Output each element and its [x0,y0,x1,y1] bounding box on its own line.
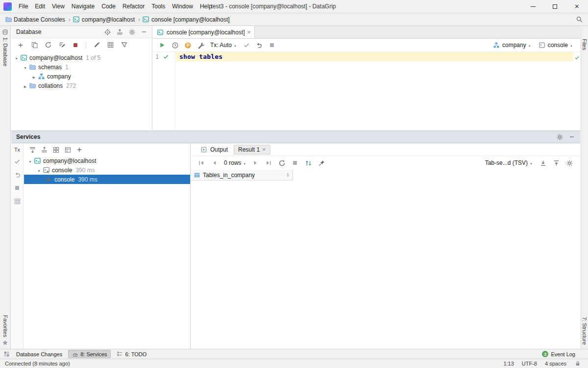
hide-icon[interactable] [567,132,576,141]
table-data-icon[interactable] [104,40,116,50]
parameters-icon[interactable] [182,40,194,51]
next-page-icon[interactable] [249,158,261,168]
indent-setting[interactable]: 4 spaces [545,361,566,367]
close-button[interactable] [566,0,588,13]
breadcrumb-database-consoles[interactable]: Database Consoles [12,16,67,23]
edit-icon[interactable] [91,40,102,50]
menu-navigate[interactable]: Navigate [68,0,98,13]
collapse-all-icon[interactable] [115,27,124,36]
tree-item-collations[interactable]: collations 272 [11,81,152,90]
menu-window[interactable]: Window [169,0,196,13]
chevron-down-icon[interactable] [13,54,20,61]
services-item-query[interactable]: console 390 ms [24,175,190,184]
file-encoding[interactable]: UTF-8 [522,361,537,367]
stop-icon[interactable] [289,158,301,168]
locate-icon[interactable] [103,27,112,36]
hide-icon[interactable] [140,27,148,36]
view-options-icon[interactable] [63,145,72,154]
first-page-icon[interactable] [196,158,207,168]
status-message[interactable]: Connected (8 minutes ago) [5,361,70,367]
expand-all-icon[interactable] [28,145,37,154]
page-size-select[interactable]: 0 rows [222,159,248,167]
reload-icon[interactable] [276,158,288,168]
gear-icon[interactable] [127,27,136,36]
breadcrumb-datasource[interactable]: company@localhost [80,16,136,23]
tx-toggle[interactable]: Tx [14,147,20,153]
result-settings-gear-icon[interactable] [564,158,575,168]
jump-to-data-icon[interactable] [13,197,22,206]
execute-icon[interactable] [156,40,168,51]
console-settings-wrench-icon[interactable] [195,40,206,51]
column-header-tables-in-company[interactable]: Tables_in_company [191,170,293,181]
commit-icon[interactable] [13,157,22,166]
close-tab-icon[interactable] [262,146,266,153]
toolwindow-database-changes[interactable]: Database Changes [13,350,66,358]
sort-icon[interactable] [285,172,291,178]
last-page-icon[interactable] [263,158,274,168]
add-icon[interactable] [15,40,26,50]
tool-windows-icon[interactable] [3,350,10,358]
refresh-icon[interactable] [42,40,54,50]
stripe-button-structure[interactable]: 7: Structure [582,317,588,345]
menu-edit[interactable]: Edit [31,0,49,13]
menu-code[interactable]: Code [98,0,119,13]
export-data-icon[interactable] [537,158,549,168]
gear-icon[interactable] [555,132,564,141]
toolwindow-todo[interactable]: 6: TODO [113,350,150,358]
stop-icon[interactable] [70,40,81,50]
chevron-down-icon[interactable] [22,64,28,71]
add-service-icon[interactable] [75,145,84,154]
stripe-button-favorites[interactable]: Favorites [2,315,9,346]
cancel-icon[interactable] [266,40,278,51]
search-icon[interactable] [575,15,584,24]
chevron-down-icon[interactable] [27,158,33,164]
tree-item-datasource[interactable]: company@localhost 1 of 5 [11,53,152,62]
session-select[interactable]: console [535,41,576,50]
group-by-icon[interactable] [51,145,60,154]
caret-position[interactable]: 1:13 [503,361,514,367]
collapse-all-icon[interactable] [40,145,49,154]
result-grid[interactable]: Tables_in_company [191,170,580,349]
editor-tab-console[interactable]: console [company@localhost] [153,26,255,38]
stop-icon[interactable] [13,184,22,192]
sql-editor[interactable]: 1 show tables [153,52,580,131]
rollback-icon[interactable] [13,170,22,179]
compare-icon[interactable] [302,158,314,168]
submit-icon[interactable] [56,40,68,50]
menu-refactor[interactable]: Refactor [119,0,148,13]
export-format-select[interactable]: Tab-se...d (TSV) [482,159,536,167]
duplicate-icon[interactable] [28,40,40,50]
breadcrumb-console[interactable]: console [company@localhost] [150,16,231,23]
stripe-button-database[interactable]: 1: Database [2,28,9,66]
previous-page-icon[interactable] [209,158,220,168]
stripe-button-files[interactable]: Files [582,39,588,50]
lock-icon[interactable] [574,360,581,367]
inspections-ok-icon[interactable] [574,54,580,60]
services-item-datasource[interactable]: company@localhost [24,156,190,165]
tab-output[interactable]: Output [196,144,232,155]
import-data-icon[interactable] [550,158,562,168]
history-icon[interactable] [169,40,181,51]
rollback-icon[interactable] [253,40,265,51]
toolwindow-services[interactable]: 8: Services [68,350,110,358]
event-log-button[interactable]: 2 Event Log [542,351,575,357]
services-item-console[interactable]: console 390 ms [24,165,190,175]
menu-tools[interactable]: Tools [148,0,169,13]
close-tab-icon[interactable] [247,29,251,36]
pin-icon[interactable] [316,158,327,168]
tab-result-1[interactable]: Result 1 [234,145,270,155]
chevron-right-icon[interactable] [31,73,37,80]
filter-icon[interactable] [118,40,130,50]
schema-select[interactable]: company [490,41,534,50]
minimize-button[interactable] [522,0,544,13]
commit-icon[interactable] [241,40,252,51]
tree-item-schemas[interactable]: schemas 1 [11,62,152,72]
chevron-down-icon[interactable] [36,167,42,174]
tx-mode-select[interactable]: Tx: Auto [207,41,240,49]
menu-file[interactable]: File [15,0,31,13]
tree-item-company-schema[interactable]: company [11,72,152,81]
code-area[interactable]: show tables [176,52,573,131]
maximize-button[interactable] [544,0,566,13]
chevron-right-icon[interactable] [22,82,28,89]
menu-view[interactable]: View [49,0,68,13]
